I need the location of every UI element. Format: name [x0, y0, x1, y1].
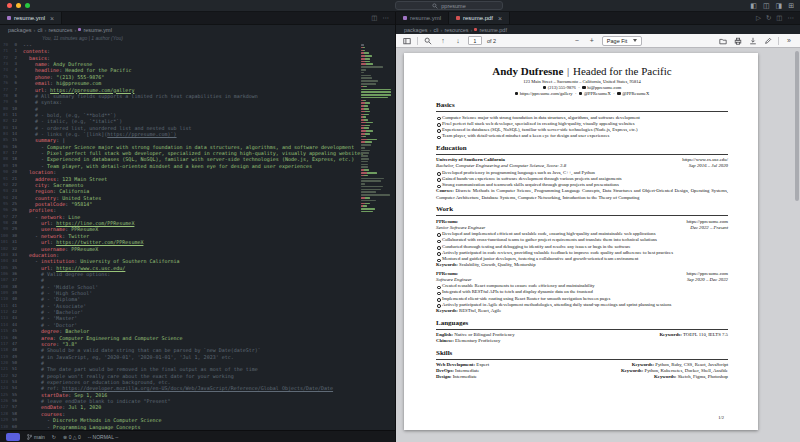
bullet-list: Developed proficiency in programming lan…: [436, 170, 728, 189]
zoom-in-button[interactable]: +: [587, 36, 597, 46]
history-icon[interactable]: ↻: [766, 14, 771, 22]
more-actions-icon[interactable]: ⋯: [788, 14, 795, 22]
link-icon: [515, 92, 519, 96]
dot-separator: ·: [572, 91, 579, 96]
code-editor[interactable]: 7007117227337447557667777887998010811182…: [0, 42, 395, 430]
zoom-level-label: Page Fit: [607, 38, 627, 44]
skill-name: DevOps:: [436, 368, 454, 373]
git-branch-item[interactable]: main: [27, 434, 45, 440]
branch-name: main: [34, 434, 45, 440]
breadcrumb-item[interactable]: resume.pdf: [479, 27, 507, 33]
breadcrumb-item[interactable]: cli: [433, 27, 438, 33]
section-heading: Education: [436, 144, 728, 155]
breadcrumb-separator: ›: [45, 27, 47, 33]
name-separator: |: [566, 65, 570, 77]
tab-label: resume.yml: [410, 15, 441, 21]
breadcrumb-left: packages › cli › resources › resume.yml: [0, 25, 395, 34]
breadcrumb-item[interactable]: resources: [444, 27, 468, 33]
keywords-label: Keywords:: [632, 362, 654, 367]
keywords-text: Sketch, Figma, Photoshop: [678, 374, 728, 379]
vim-mode-indicator: -- NORMAL --: [88, 434, 119, 440]
minimap[interactable]: [361, 42, 393, 214]
breadcrumb-item[interactable]: resume.yml: [83, 27, 111, 33]
courses-label: Courses:: [436, 188, 454, 193]
keywords-label: Keywords:: [436, 262, 458, 267]
next-page-button[interactable]: ↓: [453, 36, 463, 46]
section-education: Education University of Southern Califor…: [436, 144, 728, 201]
zoom-out-button[interactable]: −: [572, 36, 582, 46]
pdf-viewer[interactable]: Andy Dufresne | Headed for the Pacific 1…: [396, 48, 800, 442]
split-editor-icon[interactable]: ◫: [371, 14, 377, 22]
tab-resume-yml-right[interactable]: resume.yml: [396, 12, 449, 24]
zoom-select[interactable]: Page Fit: [602, 36, 642, 46]
yaml-file-icon: [7, 16, 11, 20]
breadcrumb-item[interactable]: packages: [404, 27, 428, 33]
breadcrumb-item[interactable]: packages: [8, 27, 32, 33]
section-heading: Languages: [436, 319, 728, 330]
problems-indicator[interactable]: ⊗ 0 △ 0: [63, 434, 81, 440]
pdf-file-icon: [474, 28, 477, 31]
page-number-input[interactable]: 1: [468, 36, 482, 45]
search-icon: [424, 37, 432, 45]
twitter-handle[interactable]: @PPResumeX: [622, 91, 649, 96]
more-tools-button[interactable]: »: [784, 36, 794, 46]
courses-text: Discrete Methods in Computer Science, Pr…: [436, 188, 728, 199]
close-window-button[interactable]: [7, 3, 12, 8]
breadcrumb-item[interactable]: resources: [48, 27, 72, 33]
resume-header: Andy Dufresne | Headed for the Pacific: [436, 65, 728, 78]
tab-resume-yml[interactable]: resume.yml ×: [0, 12, 62, 24]
split-editor-icon[interactable]: ◫: [776, 14, 782, 22]
code-content[interactable]: ---contents: basics: name: Andy Dufresne…: [20, 42, 395, 430]
window-controls: [7, 3, 30, 8]
yaml-file-icon: [78, 28, 81, 31]
tab-close-icon[interactable]: ×: [50, 15, 54, 22]
run-icon[interactable]: ▷: [756, 14, 761, 22]
more-actions-icon[interactable]: ⋯: [383, 14, 390, 22]
open-file-icon: [719, 37, 727, 45]
git-branch-icon: [27, 434, 32, 440]
minimize-window-button[interactable]: [16, 3, 21, 8]
line-handle[interactable]: @PPResumeX: [584, 91, 611, 96]
breadcrumb-item[interactable]: cli: [37, 27, 42, 33]
bullet-item: Mentored and guided junior developers, f…: [436, 256, 728, 262]
tab-label: resume.yml: [14, 15, 45, 21]
previous-page-button[interactable]: ↑: [438, 36, 448, 46]
sync-item[interactable]: ↻: [52, 434, 56, 440]
command-center[interactable]: ppresume: [395, 1, 503, 10]
keywords-label: Keywords:: [654, 374, 676, 379]
pdf-file-icon: [456, 16, 460, 20]
command-center-label: ppresume: [441, 3, 465, 9]
language-level: Native or Bilingual Proficiency: [454, 332, 514, 337]
toggle-panel-icon[interactable]: ◫: [763, 2, 770, 10]
remote-indicator[interactable]: [6, 433, 20, 441]
skill-level: Intermediate: [453, 374, 477, 379]
bullet-list: Created reusable React components to ens…: [436, 283, 728, 308]
email-icon: [582, 86, 586, 90]
save-button[interactable]: [748, 36, 758, 46]
section-heading: Basics: [436, 101, 728, 112]
find-button[interactable]: [423, 36, 433, 46]
links-line: https://ppresume.com/gallery·@PPResumeX·…: [436, 91, 728, 97]
right-editor-actions: ▷ ↻ ◫ ⋯: [750, 12, 800, 24]
keywords-label: Keywords:: [621, 368, 643, 373]
scrollbar-thumb[interactable]: [795, 51, 799, 201]
tab-close-icon[interactable]: ×: [498, 15, 502, 22]
section-skills: Skills Web Development: Expert Keywords:…: [436, 349, 728, 381]
email-address[interactable]: hi@ppresume.com: [587, 85, 621, 90]
toggle-sidebar-icon[interactable]: ◧: [750, 2, 757, 10]
tab-resume-pdf[interactable]: resume.pdf ×: [449, 12, 510, 24]
maximize-window-button[interactable]: [25, 3, 30, 8]
sidebar-toggle-button[interactable]: [402, 36, 412, 46]
website-url[interactable]: https://ppresume.com/gallery: [520, 91, 573, 96]
print-button[interactable]: [733, 36, 743, 46]
print-icon: [734, 37, 742, 45]
phone-icon: [543, 86, 547, 90]
customize-layout-icon[interactable]: ⊞: [788, 2, 794, 10]
toggle-secondary-sidebar-icon[interactable]: ◨: [776, 2, 783, 10]
section-languages: Languages English: Native or Bilingual P…: [436, 319, 728, 345]
yaml-file-icon: [403, 16, 407, 20]
draw-button[interactable]: [763, 36, 773, 46]
institution-name: University of Southern California: [436, 157, 505, 162]
open-file-button[interactable]: [718, 36, 728, 46]
language-name: English:: [436, 332, 453, 337]
